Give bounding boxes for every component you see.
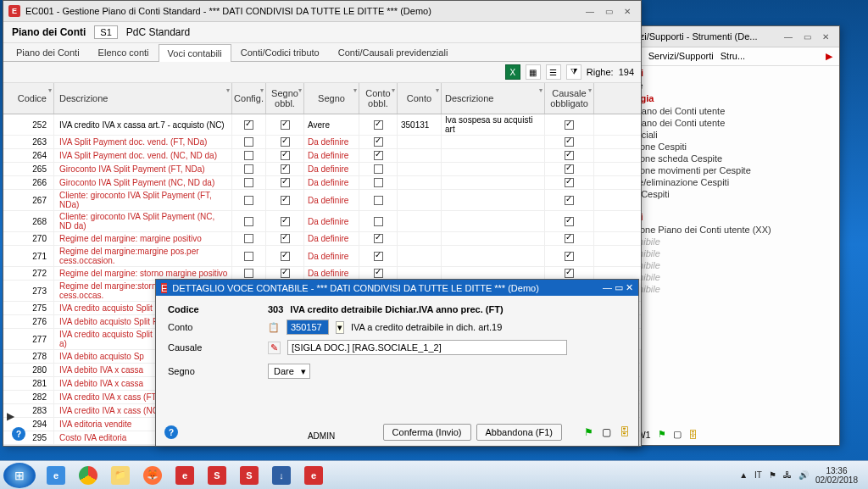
table-row[interactable]: 252IVA credito IVA x cassa art.7 - acqui… bbox=[3, 114, 641, 136]
filter-icon[interactable]: ⧩ bbox=[566, 64, 581, 80]
lang-indicator[interactable]: IT bbox=[754, 470, 762, 480]
menu-item[interactable]: Servizi/Supporti bbox=[648, 51, 714, 62]
checkbox[interactable] bbox=[281, 178, 290, 187]
db-icon[interactable]: 🗄 bbox=[620, 426, 630, 438]
checkbox[interactable] bbox=[374, 252, 383, 261]
checkbox[interactable] bbox=[244, 252, 253, 261]
checkbox[interactable] bbox=[244, 269, 253, 278]
table-row[interactable]: 264IVA Split Payment doc. vend. (NC, ND … bbox=[3, 149, 641, 163]
checkbox[interactable] bbox=[281, 164, 290, 174]
checkbox[interactable] bbox=[244, 164, 253, 174]
tree-item[interactable]: ne/eliminazione Cespiti bbox=[620, 176, 839, 188]
tab-conti-causali-previdenziali[interactable]: Conti/Causali previdenziali bbox=[329, 43, 458, 61]
tab-conti-codici-tributo[interactable]: Conti/Codici tributo bbox=[231, 43, 329, 61]
minimize-icon[interactable]: — bbox=[780, 30, 797, 43]
tree-item[interactable]: a Cespiti bbox=[620, 188, 839, 200]
checkbox[interactable] bbox=[281, 269, 290, 278]
lookup-icon[interactable]: 📋 bbox=[268, 322, 280, 333]
tree-item[interactable]: Piano dei Conti utente bbox=[620, 105, 839, 117]
checkbox[interactable] bbox=[281, 217, 290, 226]
chrome-taskbar-icon[interactable] bbox=[73, 464, 103, 487]
checkbox[interactable] bbox=[374, 137, 383, 147]
help-icon[interactable]: ? bbox=[164, 425, 178, 439]
checkbox[interactable] bbox=[374, 234, 383, 243]
tree-item[interactable]: zione Piano dei Conti utente (XX) bbox=[620, 224, 839, 236]
clock[interactable]: 13:36 02/02/2018 bbox=[815, 466, 858, 485]
confirm-button[interactable]: Conferma (Invio) bbox=[383, 424, 471, 441]
checkbox[interactable] bbox=[244, 217, 253, 226]
checkbox[interactable] bbox=[565, 252, 574, 261]
table-row[interactable]: 268Cliente: giroconto IVA Split Payment … bbox=[3, 211, 641, 232]
checkbox[interactable] bbox=[244, 137, 253, 147]
help-icon[interactable]: ? bbox=[12, 427, 25, 441]
checkbox[interactable] bbox=[565, 178, 574, 187]
checkbox[interactable] bbox=[565, 269, 574, 278]
network-icon[interactable]: 🖧 bbox=[783, 470, 792, 480]
table-row[interactable]: 263IVA Split Payment doc. vend. (FT, NDa… bbox=[3, 136, 641, 149]
col-segno[interactable]: Segno▾ bbox=[304, 83, 359, 114]
abandon-button[interactable]: Abbandona (F1) bbox=[476, 424, 563, 441]
checkbox[interactable] bbox=[374, 151, 383, 160]
checkbox[interactable] bbox=[565, 137, 574, 147]
checkbox[interactable] bbox=[565, 120, 574, 130]
table-row[interactable]: 271Regime del margine:margine pos.per ce… bbox=[3, 246, 641, 267]
edit-icon[interactable]: ✎ bbox=[268, 342, 281, 354]
tray-up-icon[interactable]: ▲ bbox=[739, 470, 748, 480]
checkbox[interactable] bbox=[281, 120, 290, 130]
segno-select[interactable]: Dare ▾ bbox=[268, 364, 310, 379]
col-causale[interactable]: Causale obbligato▾ bbox=[545, 83, 594, 114]
excel-icon[interactable]: X bbox=[505, 64, 520, 80]
maximize-icon[interactable]: ▭ bbox=[615, 282, 623, 292]
tree-item[interactable]: ce bbox=[620, 80, 839, 92]
start-button[interactable]: ⊞ bbox=[3, 463, 36, 488]
tree-item[interactable]: zione movimenti per Cespite bbox=[620, 164, 839, 176]
app-taskbar-icon[interactable]: S bbox=[202, 464, 232, 487]
conto-field[interactable]: 350157 bbox=[287, 320, 329, 335]
checkbox[interactable] bbox=[374, 217, 383, 226]
tree-item[interactable]: zione Cespiti bbox=[620, 141, 839, 153]
dropdown-icon[interactable]: ▾ bbox=[336, 321, 344, 334]
col-segno-obbl[interactable]: Segno obbl.▾ bbox=[266, 83, 304, 114]
checkbox[interactable] bbox=[374, 196, 383, 205]
checkbox[interactable] bbox=[281, 151, 290, 160]
pdc-code-field[interactable]: S1 bbox=[94, 25, 117, 39]
checkbox[interactable] bbox=[374, 120, 383, 130]
checkbox[interactable] bbox=[565, 234, 574, 243]
close-icon[interactable]: ✕ bbox=[619, 4, 636, 18]
minimize-icon[interactable]: — bbox=[603, 282, 612, 292]
checkbox[interactable] bbox=[281, 234, 290, 243]
app-taskbar-icon[interactable]: e bbox=[298, 464, 329, 487]
tab-voci-contabili[interactable]: Voci contabili bbox=[159, 44, 231, 62]
tree-item[interactable]: erciali bbox=[620, 129, 839, 141]
grid-icon[interactable]: ▦ bbox=[526, 64, 541, 80]
checkbox[interactable] bbox=[281, 196, 290, 205]
col-descrizione[interactable]: Descrizione▾ bbox=[54, 83, 232, 114]
checkbox[interactable] bbox=[374, 269, 383, 278]
checkbox[interactable] bbox=[244, 234, 253, 243]
checkbox[interactable] bbox=[374, 164, 383, 174]
checkbox[interactable] bbox=[565, 151, 574, 160]
table-row[interactable]: 266Giroconto IVA Split Payment (NC, ND d… bbox=[3, 176, 641, 190]
checkbox[interactable] bbox=[281, 252, 290, 261]
table-row[interactable]: 270Regime del margine: margine positivoD… bbox=[3, 232, 641, 246]
tab-elenco-conti[interactable]: Elenco conti bbox=[89, 43, 159, 61]
maximize-icon[interactable]: ▭ bbox=[600, 4, 617, 18]
flag-icon[interactable]: ⚑ bbox=[658, 429, 666, 440]
flag-icon[interactable]: ⚑ bbox=[584, 426, 593, 438]
close-icon[interactable]: ✕ bbox=[817, 30, 834, 43]
flag-icon[interactable]: ⚑ bbox=[769, 470, 776, 480]
close-icon[interactable]: ✕ bbox=[626, 282, 633, 292]
arrow-right-icon[interactable]: ▶ bbox=[826, 51, 832, 62]
db-icon[interactable]: 🗄 bbox=[688, 430, 698, 440]
firefox-taskbar-icon[interactable]: 🦊 bbox=[137, 464, 168, 487]
checkbox[interactable] bbox=[244, 151, 253, 160]
volume-icon[interactable]: 🔊 bbox=[798, 470, 809, 480]
checkbox[interactable] bbox=[374, 178, 383, 187]
tree-item[interactable]: zione scheda Cespite bbox=[620, 153, 839, 164]
minimize-icon[interactable]: — bbox=[581, 4, 598, 18]
maximize-icon[interactable]: ▭ bbox=[798, 30, 815, 43]
app-taskbar-icon[interactable]: ↓ bbox=[266, 464, 297, 487]
app-taskbar-icon[interactable]: e bbox=[170, 464, 200, 487]
checkbox[interactable] bbox=[244, 120, 253, 130]
col-conto-obbl[interactable]: Conto obbl.▾ bbox=[359, 83, 398, 114]
